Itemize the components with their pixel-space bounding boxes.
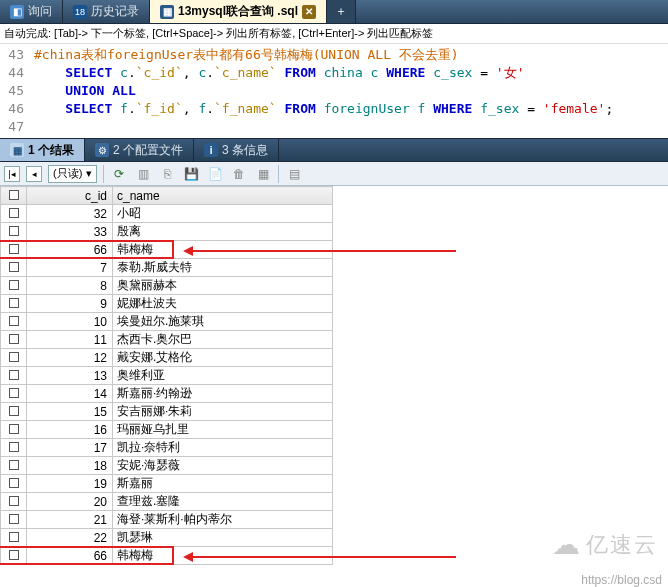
cell-name[interactable]: 奥黛丽赫本 bbox=[113, 277, 333, 295]
row-checkbox[interactable] bbox=[1, 223, 27, 241]
new-tab-button[interactable]: ＋ bbox=[327, 0, 356, 23]
add-row-button[interactable]: ▥ bbox=[134, 165, 152, 183]
cell-id[interactable]: 9 bbox=[27, 295, 113, 313]
copy-button[interactable]: ⎘ bbox=[158, 165, 176, 183]
row-checkbox[interactable] bbox=[1, 457, 27, 475]
cell-name[interactable]: 奥维利亚 bbox=[113, 367, 333, 385]
cell-id[interactable]: 13 bbox=[27, 367, 113, 385]
table-row[interactable]: 16玛丽娅乌扎里 bbox=[1, 421, 333, 439]
close-icon[interactable]: ✕ bbox=[302, 5, 316, 19]
table-row[interactable]: 14斯嘉丽·约翰逊 bbox=[1, 385, 333, 403]
cell-name[interactable]: 戴安娜.艾格伦 bbox=[113, 349, 333, 367]
row-checkbox[interactable] bbox=[1, 259, 27, 277]
cell-id[interactable]: 7 bbox=[27, 259, 113, 277]
cell-id[interactable]: 8 bbox=[27, 277, 113, 295]
cell-id[interactable]: 14 bbox=[27, 385, 113, 403]
cell-name[interactable]: 查理兹.塞隆 bbox=[113, 493, 333, 511]
cell-name[interactable]: 安妮·海瑟薇 bbox=[113, 457, 333, 475]
table-row[interactable]: 22凯瑟琳 bbox=[1, 529, 333, 547]
cell-name[interactable]: 妮娜杜波夫 bbox=[113, 295, 333, 313]
cell-name[interactable]: 海登·莱斯利·帕内蒂尔 bbox=[113, 511, 333, 529]
row-checkbox[interactable] bbox=[1, 205, 27, 223]
header-c-name[interactable]: c_name bbox=[113, 187, 333, 205]
header-c-id[interactable]: c_id bbox=[27, 187, 113, 205]
cell-id[interactable]: 17 bbox=[27, 439, 113, 457]
row-checkbox[interactable] bbox=[1, 295, 27, 313]
row-checkbox[interactable] bbox=[1, 331, 27, 349]
row-checkbox[interactable] bbox=[1, 313, 27, 331]
profiles-tab[interactable]: ⚙ 2 个配置文件 bbox=[85, 139, 194, 161]
table-row[interactable]: 15安吉丽娜·朱莉 bbox=[1, 403, 333, 421]
table-row[interactable]: 11杰西卡.奥尔巴 bbox=[1, 331, 333, 349]
cell-id[interactable]: 66 bbox=[27, 547, 113, 565]
delete-button[interactable]: 🗑 bbox=[230, 165, 248, 183]
cell-name[interactable]: 斯嘉丽·约翰逊 bbox=[113, 385, 333, 403]
table-row[interactable]: 17凯拉·奈特利 bbox=[1, 439, 333, 457]
row-checkbox[interactable] bbox=[1, 421, 27, 439]
table-row[interactable]: 13奥维利亚 bbox=[1, 367, 333, 385]
header-checkbox[interactable] bbox=[1, 187, 27, 205]
row-checkbox[interactable] bbox=[1, 349, 27, 367]
messages-tab[interactable]: i 3 条信息 bbox=[194, 139, 279, 161]
table-row[interactable]: 33殷离 bbox=[1, 223, 333, 241]
row-checkbox[interactable] bbox=[1, 439, 27, 457]
cell-id[interactable]: 15 bbox=[27, 403, 113, 421]
cell-name[interactable]: 小昭 bbox=[113, 205, 333, 223]
table-row[interactable]: 12戴安娜.艾格伦 bbox=[1, 349, 333, 367]
row-checkbox[interactable] bbox=[1, 277, 27, 295]
row-checkbox[interactable] bbox=[1, 241, 27, 259]
cell-id[interactable]: 12 bbox=[27, 349, 113, 367]
cell-name[interactable]: 安吉丽娜·朱莉 bbox=[113, 403, 333, 421]
cell-name[interactable]: 凯瑟琳 bbox=[113, 529, 333, 547]
cell-name[interactable]: 凯拉·奈特利 bbox=[113, 439, 333, 457]
cell-id[interactable]: 21 bbox=[27, 511, 113, 529]
prev-page-button[interactable]: ◂ bbox=[26, 166, 42, 182]
export-button[interactable]: 📄 bbox=[206, 165, 224, 183]
table-row[interactable]: 19斯嘉丽 bbox=[1, 475, 333, 493]
cell-id[interactable]: 20 bbox=[27, 493, 113, 511]
filter-button[interactable]: ▦ bbox=[254, 165, 272, 183]
row-checkbox[interactable] bbox=[1, 385, 27, 403]
cell-name[interactable]: 玛丽娅乌扎里 bbox=[113, 421, 333, 439]
row-checkbox[interactable] bbox=[1, 493, 27, 511]
sql-editor[interactable]: 43#china表和foreignUser表中都有66号韩梅梅(UNION AL… bbox=[0, 44, 668, 138]
cell-id[interactable]: 66 bbox=[27, 241, 113, 259]
cell-id[interactable]: 18 bbox=[27, 457, 113, 475]
table-row[interactable]: 21海登·莱斯利·帕内蒂尔 bbox=[1, 511, 333, 529]
table-row[interactable]: 32小昭 bbox=[1, 205, 333, 223]
refresh-button[interactable]: ⟳ bbox=[110, 165, 128, 183]
cell-id[interactable]: 32 bbox=[27, 205, 113, 223]
view-button[interactable]: ▤ bbox=[285, 165, 303, 183]
row-checkbox[interactable] bbox=[1, 529, 27, 547]
row-checkbox[interactable] bbox=[1, 475, 27, 493]
cell-id[interactable]: 10 bbox=[27, 313, 113, 331]
table-row[interactable]: 10埃曼妞尔.施莱琪 bbox=[1, 313, 333, 331]
cell-id[interactable]: 22 bbox=[27, 529, 113, 547]
tab-sql-file[interactable]: ▦ 13mysql联合查询 .sql ✕ bbox=[150, 0, 327, 23]
cell-name[interactable]: 泰勒.斯威夫特 bbox=[113, 259, 333, 277]
row-checkbox[interactable] bbox=[1, 403, 27, 421]
results-grid[interactable]: c_id c_name 32小昭33殷离66韩梅梅7泰勒.斯威夫特8奥黛丽赫本9… bbox=[0, 186, 333, 565]
first-page-button[interactable]: |◂ bbox=[4, 166, 20, 182]
readonly-dropdown[interactable]: (只读)▾ bbox=[48, 165, 97, 183]
table-row[interactable]: 20查理兹.塞隆 bbox=[1, 493, 333, 511]
tab-query[interactable]: ◧ 询问 bbox=[0, 0, 63, 23]
cell-id[interactable]: 16 bbox=[27, 421, 113, 439]
cell-name[interactable]: 埃曼妞尔.施莱琪 bbox=[113, 313, 333, 331]
cell-id[interactable]: 33 bbox=[27, 223, 113, 241]
row-checkbox[interactable] bbox=[1, 547, 27, 565]
table-row[interactable]: 8奥黛丽赫本 bbox=[1, 277, 333, 295]
cell-name[interactable]: 殷离 bbox=[113, 223, 333, 241]
table-row[interactable]: 7泰勒.斯威夫特 bbox=[1, 259, 333, 277]
save-button[interactable]: 💾 bbox=[182, 165, 200, 183]
cell-id[interactable]: 19 bbox=[27, 475, 113, 493]
table-row[interactable]: 18安妮·海瑟薇 bbox=[1, 457, 333, 475]
cell-id[interactable]: 11 bbox=[27, 331, 113, 349]
cell-name[interactable]: 斯嘉丽 bbox=[113, 475, 333, 493]
tab-history[interactable]: 18 历史记录 bbox=[63, 0, 150, 23]
row-checkbox[interactable] bbox=[1, 367, 27, 385]
results-tab[interactable]: ▦ 1 个结果 bbox=[0, 139, 85, 161]
row-checkbox[interactable] bbox=[1, 511, 27, 529]
cell-name[interactable]: 杰西卡.奥尔巴 bbox=[113, 331, 333, 349]
table-row[interactable]: 9妮娜杜波夫 bbox=[1, 295, 333, 313]
